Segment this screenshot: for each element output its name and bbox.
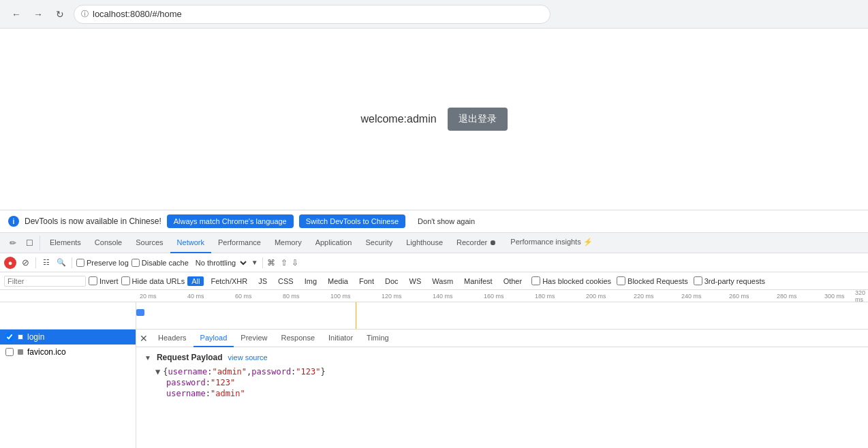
disable-cache-label: Disable cache — [142, 259, 189, 267]
filter-ws-button[interactable]: WS — [405, 276, 426, 286]
list-item-favicon[interactable]: favicon.ico — [0, 345, 136, 359]
device-icon[interactable]: ☐ — [22, 236, 37, 251]
has-blocked-cookies-checkbox[interactable]: Has blocked cookies — [531, 276, 611, 285]
devtools-icons: ✏ ☐ — [3, 236, 40, 251]
password-key-inline: password — [251, 367, 291, 377]
tab-payload[interactable]: Payload — [193, 330, 234, 347]
cursor-icon[interactable]: ✏ — [5, 236, 20, 251]
dont-show-again-button[interactable]: Don't show again — [411, 214, 482, 228]
throttle-select[interactable]: No throttling Fast 3G Slow 3G — [191, 258, 249, 268]
invert-checkbox[interactable]: Invert — [89, 276, 119, 285]
timeline-bar-blue — [136, 309, 144, 316]
hide-data-urls-checkbox[interactable]: Hide data URLs — [121, 276, 185, 285]
toolbar-separator-2 — [72, 257, 72, 268]
tick-200ms: 200 ms — [586, 293, 606, 300]
tick-220ms: 220 ms — [634, 293, 654, 300]
upload-icon[interactable]: ⇧ — [281, 258, 288, 268]
always-match-button[interactable]: Always match Chrome's language — [167, 214, 294, 228]
login-checkbox[interactable] — [5, 333, 14, 341]
tab-headers[interactable]: Headers — [151, 330, 193, 347]
url-text: localhost:8080/#/home — [93, 9, 182, 19]
tab-memory[interactable]: Memory — [268, 233, 309, 253]
login-color-indicator — [18, 334, 23, 340]
filter-manifest-button[interactable]: Manifest — [460, 276, 497, 286]
disable-cache-checkbox[interactable]: Disable cache — [131, 259, 189, 267]
tab-console[interactable]: Console — [88, 233, 129, 253]
request-tabs: ✕ Headers Payload Preview Response Initi… — [136, 330, 868, 347]
logout-button[interactable]: 退出登录 — [448, 108, 508, 131]
devtools-content: login favicon.ico ✕ Headers Payload Prev… — [0, 330, 868, 448]
tick-300ms: 300 ms — [824, 293, 845, 300]
tick-180ms: 180 ms — [535, 293, 555, 300]
filter-media-button[interactable]: Media — [324, 276, 352, 286]
tick-40ms: 40 ms — [187, 293, 204, 300]
tab-timing[interactable]: Timing — [360, 330, 396, 347]
tab-performance-insights[interactable]: Performance insights ⚡ — [503, 233, 599, 253]
tab-network[interactable]: Network — [170, 233, 211, 253]
address-bar[interactable]: ⓘ localhost:8080/#/home — [74, 5, 551, 24]
tab-elements[interactable]: Elements — [43, 233, 88, 253]
file-list: login favicon.ico — [0, 330, 136, 448]
payload-open: { — [163, 367, 168, 377]
filter-fetch-xhr-button[interactable]: Fetch/XHR — [206, 276, 251, 286]
triangle-icon: ▼ — [144, 354, 151, 362]
filter-doc-button[interactable]: Doc — [381, 276, 403, 286]
browser-chrome: ← → ↻ ⓘ localhost:8080/#/home — [0, 0, 868, 29]
blocked-requests-checkbox[interactable]: Blocked Requests — [617, 276, 688, 285]
password-val-inline: "123" — [296, 367, 320, 377]
download-icon[interactable]: ⇩ — [292, 258, 298, 268]
forward-button[interactable]: → — [30, 6, 46, 22]
filter-font-button[interactable]: Font — [355, 276, 378, 286]
filter-other-button[interactable]: Other — [499, 276, 527, 286]
third-party-checkbox[interactable]: 3rd-party requests — [694, 276, 765, 285]
tick-20ms: 20 ms — [140, 293, 157, 300]
blocked-requests-label: Blocked Requests — [627, 277, 688, 285]
filter-css-button[interactable]: CSS — [274, 276, 298, 286]
hide-data-urls-label: Hide data URLs — [132, 277, 185, 285]
filter-js-button[interactable]: JS — [254, 276, 271, 286]
username-val-inline: "admin" — [213, 367, 247, 377]
payload-content: ▼ Request Payload view source ▼ { userna… — [136, 347, 868, 448]
password-value: "123" — [211, 378, 235, 387]
switch-devtools-button[interactable]: Switch DevTools to Chinese — [299, 214, 405, 228]
third-party-label: 3rd-party requests — [704, 277, 765, 285]
tab-lighthouse[interactable]: Lighthouse — [399, 233, 450, 253]
preserve-log-checkbox[interactable]: Preserve log — [76, 259, 129, 267]
tick-240ms: 240 ms — [681, 293, 702, 300]
tab-preview[interactable]: Preview — [234, 330, 274, 347]
tab-performance[interactable]: Performance — [211, 233, 268, 253]
filter-wasm-button[interactable]: Wasm — [428, 276, 457, 286]
back-button[interactable]: ← — [8, 6, 25, 22]
tick-160ms: 160 ms — [484, 293, 504, 300]
record-button[interactable]: ● — [4, 257, 16, 269]
timeline-header: 20 ms 40 ms 60 ms 80 ms 100 ms 120 ms 14… — [0, 290, 868, 302]
filter-img-button[interactable]: Img — [300, 276, 321, 286]
page-content: welcome:admin 退出登录 — [0, 29, 868, 210]
search-button[interactable]: 🔍 — [55, 257, 67, 269]
close-panel-button[interactable]: ✕ — [136, 331, 151, 346]
expand-icon[interactable]: ▼ — [155, 367, 160, 377]
tab-initiator[interactable]: Initiator — [322, 330, 360, 347]
tick-120ms: 120 ms — [382, 293, 402, 300]
filter-input[interactable] — [4, 276, 86, 287]
clear-button[interactable]: ⊘ — [19, 257, 31, 269]
tab-security[interactable]: Security — [358, 233, 399, 253]
toolbar-separator-3 — [262, 257, 263, 268]
welcome-text: welcome:admin — [360, 113, 436, 125]
filter-all-button[interactable]: All — [187, 276, 204, 286]
tick-320ms: 320 ms — [855, 290, 868, 302]
view-source-link[interactable]: view source — [228, 353, 268, 362]
list-item-login[interactable]: login — [0, 330, 136, 345]
favicon-checkbox[interactable] — [5, 348, 14, 356]
tab-recorder[interactable]: Recorder ⏺ — [450, 233, 503, 253]
payload-close: } — [320, 367, 325, 377]
tick-280ms: 280 ms — [777, 293, 797, 300]
reload-button[interactable]: ↻ — [52, 6, 68, 22]
devtools-panel: i DevTools is now available in Chinese! … — [0, 210, 868, 448]
tab-application[interactable]: Application — [309, 233, 359, 253]
filter-icon-button[interactable]: ☷ — [40, 257, 52, 269]
tab-response[interactable]: Response — [274, 330, 322, 347]
request-payload-title: Request Payload — [157, 353, 223, 362]
wifi-icon[interactable]: ⌘ — [267, 258, 275, 268]
tab-sources[interactable]: Sources — [129, 233, 170, 253]
